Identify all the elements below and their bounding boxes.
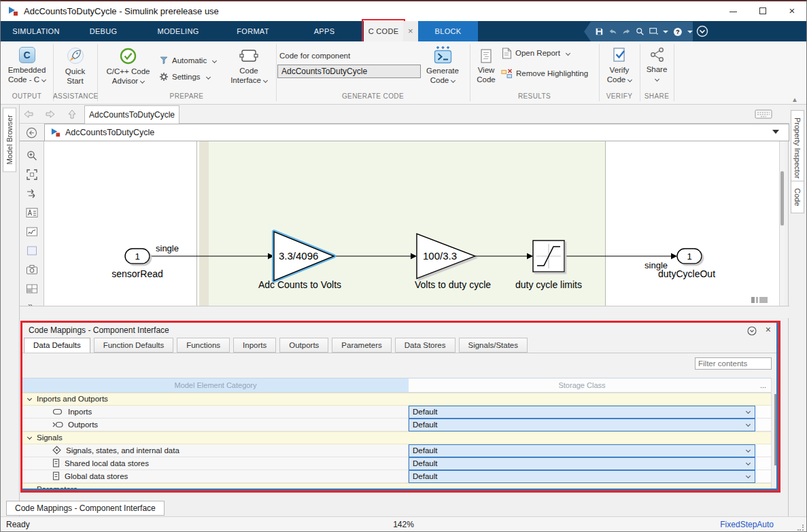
- area-icon[interactable]: [26, 245, 38, 257]
- tab-function-defaults[interactable]: Function Defaults: [94, 338, 174, 353]
- close-button[interactable]: ×: [781, 1, 803, 20]
- filter-contents-input[interactable]: [695, 357, 772, 370]
- tab-inports[interactable]: Inports: [233, 338, 276, 353]
- toolstrip-options-icon[interactable]: [696, 25, 708, 37]
- simulink-window: AdcCountsToDutyCycle - Simulink prerelea…: [0, 0, 807, 532]
- storage-class-dropdown[interactable]: Default: [409, 419, 755, 431]
- group-row-parameters[interactable]: Parameters: [22, 483, 771, 491]
- close-panel-icon[interactable]: ×: [766, 324, 771, 335]
- section-label-generate-code: GENERATE CODE: [276, 92, 470, 102]
- fit-to-view-icon[interactable]: [26, 169, 38, 181]
- tab-data-stores[interactable]: Data Stores: [395, 338, 456, 353]
- keyboard-icon[interactable]: [755, 109, 772, 120]
- tab-modeling[interactable]: MODELING: [141, 21, 216, 41]
- undo-icon[interactable]: [608, 27, 617, 36]
- zoom-icon[interactable]: [26, 149, 38, 162]
- outport-icon: [52, 421, 63, 428]
- code-interface-button[interactable]: CodeInterface: [225, 48, 273, 85]
- generate-code-icon: [434, 45, 452, 64]
- model-canvas[interactable]: 1 sensorRead single 3.3/4096 Adc Counts …: [44, 141, 779, 306]
- panel-vertical-scrollbar[interactable]: [771, 378, 778, 489]
- outport-name: dutyCycleOut: [658, 268, 715, 279]
- open-report-button[interactable]: Open Report: [501, 47, 570, 59]
- tab-data-defaults[interactable]: Data Defaults: [24, 338, 90, 353]
- solver-indicator[interactable]: FixedStepAuto: [720, 520, 774, 529]
- remove-highlighting-button[interactable]: Remove Highlighting: [501, 67, 588, 79]
- share-button[interactable]: Share: [640, 47, 674, 84]
- tab-outports[interactable]: Outports: [279, 338, 328, 353]
- tab-apps[interactable]: APPS: [290, 21, 358, 41]
- help-icon[interactable]: ?: [673, 26, 683, 37]
- restore-view-icon[interactable]: [649, 26, 659, 37]
- navigate-forward-icon[interactable]: [44, 108, 56, 120]
- hide-browser-icon[interactable]: [26, 127, 37, 139]
- breadcrumb-caret-icon[interactable]: [772, 130, 779, 134]
- category-cell: Shared local data stores: [22, 457, 409, 470]
- redo-icon[interactable]: [622, 27, 631, 36]
- remove-highlighting-icon: [501, 69, 513, 79]
- breadcrumb[interactable]: AdcCountsToDutyCycle: [44, 124, 789, 141]
- storage-class-dropdown[interactable]: Default: [409, 444, 755, 457]
- view-code-button[interactable]: ViewCode: [470, 49, 502, 84]
- tab-format[interactable]: FORMAT: [216, 21, 290, 41]
- column-options-button[interactable]: ...: [755, 378, 771, 392]
- embedded-code-button[interactable]: C EmbeddedCode - C: [1, 47, 53, 84]
- gain2-name: Volts to duty cycle: [415, 279, 491, 290]
- canvas-scrollbar-thumb[interactable]: [780, 171, 784, 226]
- category-cell: Outports: [22, 419, 409, 431]
- generate-code-button[interactable]: GenerateCode: [419, 45, 466, 85]
- navigate-back-icon[interactable]: [22, 108, 35, 120]
- code-perspective-tab[interactable]: Code: [791, 181, 804, 213]
- signal-lines-icon[interactable]: [26, 188, 38, 200]
- tab-signals-states[interactable]: Signals/States: [459, 338, 528, 353]
- model-badge-icon: [50, 128, 61, 137]
- split-view-icon[interactable]: [26, 283, 38, 295]
- storage-class-dropdown[interactable]: Default: [409, 470, 755, 483]
- code-mappings-footer-tab[interactable]: Code Mappings - Component Interface: [6, 501, 165, 516]
- tab-debug[interactable]: DEBUG: [66, 21, 141, 41]
- collapse-toolstrip-button[interactable]: ▲: [791, 96, 798, 103]
- minimize-panel-icon[interactable]: [747, 326, 757, 336]
- property-inspector-tab[interactable]: Property Inspector: [791, 110, 804, 186]
- viewmark-icon[interactable]: [26, 226, 38, 238]
- close-contextual-tab-icon[interactable]: ×: [403, 21, 418, 41]
- tab-functions[interactable]: Functions: [177, 338, 230, 353]
- screenshot-camera-icon[interactable]: [26, 264, 38, 276]
- search-icon[interactable]: [636, 26, 645, 37]
- canvas-corner-widget[interactable]: [751, 297, 768, 303]
- storage-class-dropdown[interactable]: Default: [409, 457, 755, 470]
- storage-class-dropdown[interactable]: Default: [409, 406, 755, 419]
- help-caret-icon[interactable]: [687, 31, 693, 33]
- restore-view-caret-icon[interactable]: [663, 31, 668, 33]
- panel-scrollbar-thumb[interactable]: [774, 394, 778, 465]
- canvas-palette: »: [20, 141, 44, 318]
- component-name-field[interactable]: [277, 65, 421, 78]
- quick-start-button[interactable]: QuickStart: [53, 47, 97, 86]
- navigate-up-icon[interactable]: [66, 108, 78, 120]
- minimize-button[interactable]: [722, 1, 744, 20]
- code-advisor-button[interactable]: C/C++ CodeAdvisor: [99, 48, 157, 86]
- model-document-tab[interactable]: AdcCountsToDutyCycle: [84, 105, 179, 124]
- tab-c-code[interactable]: C CODE: [364, 21, 403, 41]
- chevron-down-icon: [746, 461, 751, 465]
- svg-text:?: ?: [676, 29, 679, 35]
- settings-button[interactable]: Settings: [159, 71, 210, 83]
- tab-simulation[interactable]: SIMULATION: [6, 21, 66, 41]
- table-row-signals-states: Signals, states, and internal data Defau…: [22, 444, 771, 457]
- annotation-icon[interactable]: [26, 207, 38, 219]
- model-browser-tab[interactable]: Model Browser: [3, 107, 16, 172]
- automatic-build-button[interactable]: Automatic: [159, 54, 216, 67]
- breadcrumb-model-name[interactable]: AdcCountsToDutyCycle: [65, 124, 154, 141]
- tab-parameters[interactable]: Parameters: [332, 338, 391, 353]
- status-bar: Ready 142% FixedStepAuto: [1, 516, 806, 532]
- save-icon[interactable]: [595, 26, 604, 37]
- group-row-signals[interactable]: Signals: [22, 431, 771, 444]
- group-row-inports-outports[interactable]: Inports and Outports: [22, 393, 771, 406]
- verify-code-button[interactable]: VerifyCode: [599, 47, 640, 84]
- code-mappings-panel: Code Mappings - Component Interface × Da…: [22, 323, 778, 491]
- maximize-button[interactable]: [752, 1, 774, 20]
- gain1-value: 3.3/4096: [279, 250, 318, 262]
- resize-grip[interactable]: [797, 525, 804, 531]
- tab-block[interactable]: BLOCK: [418, 21, 478, 41]
- canvas-bottom-strip: [20, 306, 789, 318]
